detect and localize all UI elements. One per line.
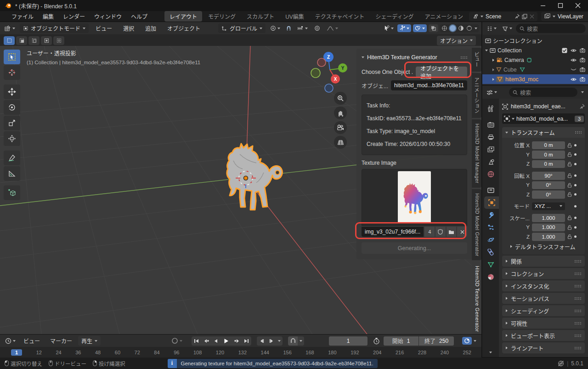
prev-keyframe-button[interactable]	[201, 336, 211, 346]
lock-icon[interactable]	[567, 143, 572, 148]
jump-to-start-button[interactable]	[192, 336, 201, 346]
image-name-field[interactable]: img_v3_02u7_fc966f...	[362, 227, 424, 237]
gizmo-neg-x-axis[interactable]	[317, 58, 326, 67]
tab-hitem3d-model-generator[interactable]: Hitem3D Model Generator	[472, 189, 481, 261]
snap-toggle-button[interactable]	[285, 24, 293, 32]
rotation-y-field[interactable]: 0°	[532, 181, 565, 190]
panel-header[interactable]: Hitem3D Texture Generator	[362, 52, 467, 62]
workspace-tab-shading[interactable]: シェーディング	[370, 11, 418, 22]
auto-key-chevron[interactable]	[474, 340, 476, 342]
tab-hitem3d-model-manager[interactable]: Hitem3D Model Manager	[472, 119, 481, 188]
tab-hitem3d-texture-generator[interactable]: Hitem3D Texture Generator	[472, 262, 481, 334]
workspace-tab-uv[interactable]: UV編集	[280, 11, 309, 22]
panel-line-art[interactable]: ラインアート	[502, 342, 585, 353]
tab-particles[interactable]	[482, 221, 499, 234]
lock-icon[interactable]	[567, 234, 572, 239]
falloff-button[interactable]	[325, 25, 340, 32]
tab-tool[interactable]	[482, 102, 499, 115]
eye-icon[interactable]	[571, 58, 577, 62]
collection-expand-icon[interactable]	[485, 50, 488, 51]
workspace-tab-sculpt[interactable]: スカルプト	[242, 11, 279, 22]
tab-world[interactable]	[482, 168, 499, 180]
camera-view-button[interactable]	[334, 121, 347, 134]
menu-file[interactable]: ファイル	[7, 11, 38, 22]
tab-collection-props[interactable]	[482, 184, 499, 196]
transform-orientation[interactable]: グローバル	[218, 23, 266, 33]
tool-transform[interactable]	[4, 131, 20, 146]
location-y-field[interactable]: 0 m	[532, 151, 565, 159]
tool-move[interactable]	[4, 84, 20, 99]
animate-dot[interactable]	[574, 163, 577, 165]
end-frame-field[interactable]: 終了250	[419, 336, 454, 346]
panel-visibility[interactable]: 可視性	[502, 318, 585, 329]
panel-grip-icon[interactable]	[460, 56, 467, 59]
frame-forward-button[interactable]	[266, 336, 276, 346]
options-dropdown[interactable]: オプション	[437, 36, 476, 45]
generating-button[interactable]: Generating...	[362, 242, 467, 254]
tab-animation[interactable]: アニメーション	[472, 73, 481, 118]
breadcrumb-object-name[interactable]: hitem3d_model_eae...	[511, 103, 565, 110]
timeline-marker-menu[interactable]: マーカー	[46, 335, 76, 346]
panel-viewport-display[interactable]: ビューポート表示	[502, 330, 585, 341]
collection-row[interactable]: Collection	[482, 45, 588, 55]
lock-icon[interactable]	[567, 173, 572, 178]
panel-shading[interactable]: シェーディング	[502, 305, 585, 316]
tab-modifiers[interactable]	[482, 209, 499, 221]
object-name-datablock[interactable]: hitem3d_model_ea... 3	[502, 113, 585, 124]
scale-x-field[interactable]: 1.000	[532, 214, 565, 222]
outliner-filter-button[interactable]	[500, 25, 514, 33]
rotation-z-field[interactable]: 0°	[532, 190, 565, 199]
menu-edit[interactable]: 編集	[39, 11, 58, 22]
stopwatch-icon[interactable]	[373, 337, 380, 345]
status-report[interactable]: i Generating texture for hitem3d_model_e…	[168, 359, 378, 368]
panel-collections[interactable]: コレクション	[502, 268, 585, 279]
perspective-toggle-button[interactable]	[334, 136, 347, 149]
model-expand-icon[interactable]	[492, 78, 494, 81]
frame-step-chevron[interactable]	[276, 336, 283, 346]
tool-select-box[interactable]	[4, 50, 20, 64]
delta-transform-subpanel[interactable]: デルタトランスフォーム	[503, 241, 582, 252]
tool-annotate[interactable]	[4, 151, 20, 165]
object-name-field[interactable]: hitem3d_mod...b3f4e708e11	[391, 80, 467, 90]
lock-icon[interactable]	[567, 215, 572, 220]
timeline-view-menu[interactable]: ビュー	[19, 335, 44, 346]
shading-solid-icon[interactable]	[450, 25, 456, 31]
keying-set-icon[interactable]	[171, 337, 178, 344]
workspace-tab-animation[interactable]: アニメーション	[420, 11, 469, 22]
timeline-frame-strip[interactable]: 1 12 24 36 48 60 72 84 96 108 120 132 14…	[0, 347, 481, 358]
select-mode-invert[interactable]	[41, 36, 52, 45]
animate-dot[interactable]	[574, 226, 577, 229]
select-mode-set[interactable]	[4, 36, 15, 45]
outliner-search[interactable]: 検索	[516, 24, 586, 33]
pin-icon[interactable]	[579, 104, 585, 109]
tab-object[interactable]	[484, 196, 499, 209]
scale-z-field[interactable]: 1.000	[532, 233, 565, 241]
menu-help[interactable]: ヘルプ	[127, 11, 152, 22]
animate-dot[interactable]	[574, 174, 577, 177]
proportional-edit-button[interactable]	[312, 24, 322, 32]
properties-search[interactable]: 検索	[509, 88, 577, 97]
xray-toggle[interactable]	[429, 24, 438, 32]
select-mode-subtract[interactable]	[28, 36, 40, 45]
render-camera-icon[interactable]	[580, 67, 585, 72]
cube-row[interactable]: Cube	[482, 65, 588, 74]
animate-dot[interactable]	[574, 193, 577, 196]
snap-target-button[interactable]	[268, 24, 282, 32]
shading-rendered-icon[interactable]	[466, 25, 472, 31]
location-x-field[interactable]: 0 m	[532, 141, 565, 150]
viewport-canvas[interactable]: ユーザー・透視投影 (1) Collection | hitem3d_model…	[0, 46, 481, 334]
scale-y-field[interactable]: 1.000	[532, 224, 565, 232]
scene-selector[interactable]: Scene	[469, 12, 537, 21]
fake-user-button[interactable]	[435, 227, 446, 237]
play-button[interactable]	[220, 336, 232, 346]
properties-options-chevron[interactable]	[581, 91, 584, 93]
cube-expand-icon[interactable]	[492, 68, 494, 71]
lock-icon[interactable]	[567, 162, 572, 167]
texture-image-preview[interactable]	[362, 169, 467, 226]
tab-render[interactable]	[482, 118, 499, 131]
gizmo-neg-z-axis[interactable]	[325, 84, 333, 92]
tab-scene[interactable]	[482, 156, 499, 168]
viewlayer-selector[interactable]: ViewLayer	[541, 12, 588, 21]
new-scene-icon[interactable]	[522, 14, 527, 19]
shading-material-icon[interactable]	[458, 25, 464, 31]
